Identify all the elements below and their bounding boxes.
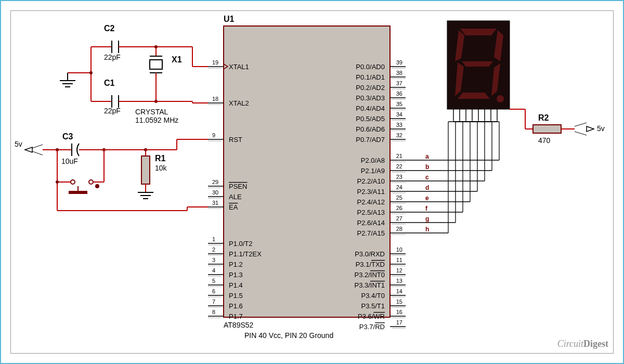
svg-text:23: 23: [396, 174, 402, 180]
svg-text:35: 35: [396, 101, 402, 107]
c3-ref: C3: [62, 132, 73, 141]
seven-segment-display: [447, 21, 510, 120]
svg-text:8: 8: [212, 309, 215, 315]
svg-text:P2.2/A10: P2.2/A10: [357, 177, 385, 185]
svg-text:29: 29: [212, 179, 218, 185]
svg-point-223: [497, 95, 504, 102]
svg-text:P1.6: P1.6: [229, 302, 243, 310]
reset-network: 5v C3 10uF R1 10k: [15, 132, 208, 211]
svg-line-183: [32, 145, 43, 148]
svg-text:P2.4/A12: P2.4/A12: [357, 198, 385, 206]
svg-text:P2.3/A11: P2.3/A11: [357, 188, 385, 196]
svg-text:24: 24: [396, 184, 402, 190]
svg-marker-182: [25, 147, 32, 152]
svg-text:36: 36: [396, 90, 402, 97]
svg-text:P3.7/RD: P3.7/RD: [359, 323, 385, 331]
u1-ref: U1: [224, 15, 235, 23]
svg-point-205: [89, 180, 93, 184]
svg-text:a: a: [425, 153, 429, 160]
svg-text:17: 17: [396, 319, 402, 326]
svg-text:P3.2/INT0: P3.2/INT0: [354, 271, 385, 279]
svg-text:P1.4: P1.4: [229, 281, 243, 289]
svg-text:P2.7/A15: P2.7/A15: [357, 229, 385, 237]
svg-text:P3.0/RXD: P3.0/RXD: [355, 250, 385, 258]
svg-text:f: f: [425, 205, 428, 212]
svg-point-164: [89, 71, 93, 74]
svg-text:12: 12: [396, 267, 402, 274]
svg-text:1: 1: [212, 236, 215, 242]
display-power-network: R2 470 5v: [510, 109, 605, 145]
svg-rect-275: [533, 125, 561, 133]
svg-text:P0.4/AD4: P0.4/AD4: [356, 105, 385, 112]
svg-text:XTAL2: XTAL2: [229, 99, 249, 107]
svg-marker-219: [458, 93, 490, 99]
svg-text:P2.0/A8: P2.0/A8: [361, 157, 385, 164]
svg-text:P1.5: P1.5: [229, 292, 243, 300]
svg-text:22: 22: [396, 163, 402, 170]
svg-text:P1.2: P1.2: [229, 261, 243, 268]
svg-text:P2.5/A13: P2.5/A13: [357, 209, 385, 216]
svg-text:P1.0/T2: P1.0/T2: [229, 240, 253, 248]
svg-text:2: 2: [212, 246, 215, 253]
oscillator-network: C2 22pF C1 22pF X1 CRYSTAL 11.0592 MHz: [60, 24, 208, 124]
svg-text:32: 32: [396, 132, 402, 138]
x1-ref: X1: [172, 55, 182, 64]
r2-val: 470: [538, 136, 551, 145]
svg-text:P0.3/AD3: P0.3/AD3: [356, 94, 385, 102]
power-5v-left-label: 5v: [15, 140, 22, 148]
svg-text:14: 14: [396, 288, 402, 294]
svg-text:15: 15: [396, 298, 402, 305]
svg-line-278: [575, 132, 587, 135]
svg-point-214: [56, 180, 59, 184]
svg-line-184: [32, 151, 43, 155]
svg-text:c: c: [425, 174, 429, 181]
svg-text:P0.2/AD2: P0.2/AD2: [356, 84, 385, 92]
svg-line-277: [575, 123, 587, 126]
svg-text:5: 5: [212, 278, 215, 284]
x1-val1: CRYSTAL: [135, 108, 168, 116]
svg-text:h: h: [425, 226, 429, 233]
svg-text:P1.1/T2EX: P1.1/T2EX: [229, 250, 262, 258]
svg-text:39: 39: [396, 59, 402, 66]
svg-text:31: 31: [212, 200, 218, 206]
svg-text:P0.5/AD5: P0.5/AD5: [356, 115, 385, 123]
svg-point-204: [71, 180, 75, 184]
c2-ref: C2: [104, 24, 115, 33]
svg-marker-279: [587, 126, 594, 132]
svg-text:P1.3: P1.3: [229, 271, 243, 279]
svg-text:33: 33: [396, 122, 402, 128]
r1-val: 10k: [155, 164, 167, 172]
svg-text:P3.1/TXD: P3.1/TXD: [356, 261, 385, 268]
svg-text:P0.6/AD6: P0.6/AD6: [356, 125, 385, 133]
u1-note: PIN 40 Vcc, PIN 20 Ground: [244, 331, 333, 340]
svg-text:18: 18: [212, 96, 218, 102]
svg-text:P3.4/T0: P3.4/T0: [361, 292, 385, 300]
svg-text:P3.3/INT1: P3.3/INT1: [354, 281, 385, 289]
svg-text:d: d: [425, 184, 429, 191]
svg-text:P3.6/WR: P3.6/WR: [358, 313, 385, 320]
svg-text:37: 37: [396, 80, 402, 86]
svg-text:ALE: ALE: [229, 193, 242, 201]
r1-ref: R1: [155, 154, 166, 163]
svg-text:11: 11: [396, 257, 402, 263]
svg-text:10: 10: [396, 246, 402, 253]
svg-text:RST: RST: [229, 136, 242, 144]
c1-val: 22pF: [104, 107, 121, 115]
svg-text:25: 25: [396, 194, 402, 201]
svg-text:30: 30: [212, 189, 218, 196]
c3-val: 10uF: [61, 157, 78, 165]
svg-text:21: 21: [396, 153, 402, 159]
svg-text:P1.7: P1.7: [229, 313, 243, 320]
svg-text:XTAL1: XTAL1: [229, 63, 249, 71]
svg-text:P2.6/A14: P2.6/A14: [357, 219, 385, 227]
svg-rect-192: [141, 156, 150, 184]
ground-icon: [138, 192, 153, 199]
power-5v-right-icon: [575, 123, 594, 135]
svg-text:PSEN: PSEN: [229, 183, 247, 190]
svg-text:13: 13: [396, 278, 402, 284]
ground-icon: [60, 73, 75, 87]
svg-text:9: 9: [212, 132, 215, 138]
svg-text:b: b: [425, 163, 429, 171]
svg-text:26: 26: [396, 205, 402, 211]
svg-text:34: 34: [396, 111, 402, 118]
